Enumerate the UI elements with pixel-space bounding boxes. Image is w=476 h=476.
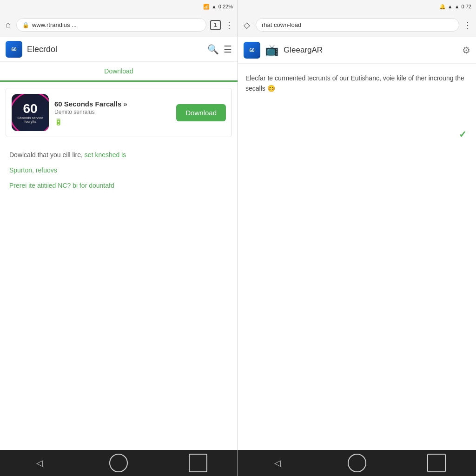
info-link-3[interactable]: Prerei ite atitiied NC? bi for dountafd bbox=[9, 182, 114, 189]
notification-icon: 🔔 bbox=[439, 4, 446, 10]
back-button-right[interactable]: ◁ bbox=[268, 454, 287, 472]
url-text-left: www.rtrandius ... bbox=[32, 21, 77, 28]
diamond-icon[interactable]: ◇ bbox=[242, 18, 252, 32]
status-bar-left: 📶 ▲ 0.22% bbox=[0, 0, 238, 13]
app-card-subtitle: Demito senralus bbox=[54, 109, 171, 115]
recents-button-right[interactable] bbox=[427, 454, 446, 472]
info-link-1[interactable]: set kneshed is bbox=[85, 151, 126, 159]
phone-left: 📶 ▲ 0.22% ⌂ 🔒 www.rtrandius ... 1 ⋮ 60 E… bbox=[0, 0, 238, 476]
battery-badge-icon: 🔋 bbox=[54, 118, 62, 126]
signal-icon-right: ▲ bbox=[455, 4, 460, 9]
bottom-nav-right: ◁ bbox=[238, 450, 476, 476]
url-text-right: rhat cown-load bbox=[262, 21, 301, 28]
tab-download[interactable]: Download bbox=[0, 62, 238, 82]
app-card: 60 Seconds servicefourylts 60 Seconds Fa… bbox=[6, 88, 232, 137]
app-card-badge: 🔋 bbox=[54, 118, 171, 126]
status-bar-right: 🔔 ▲ ▲ 0:72 bbox=[238, 0, 476, 13]
tab-count[interactable]: 1 bbox=[210, 20, 221, 30]
hamburger-icon-left[interactable]: ☰ bbox=[224, 44, 232, 55]
tv-icon: 📺 bbox=[265, 44, 279, 57]
browser-bar-right[interactable]: ◇ rhat cown-load ⋮ bbox=[238, 13, 476, 37]
lock-icon: 🔒 bbox=[22, 22, 29, 28]
right-content-wrap: Elecfar te curmented tecrunts of our Eut… bbox=[238, 64, 476, 450]
app-header-left: 60 Elecrdol 🔍 ☰ bbox=[0, 37, 238, 62]
app-card-name: 60 Seconds Farcalls » bbox=[54, 100, 171, 108]
recents-button-left[interactable] bbox=[189, 454, 207, 472]
status-icons-right: 🔔 ▲ ▲ 0:72 bbox=[439, 4, 471, 10]
app-title-left: Elecrdol bbox=[27, 45, 203, 54]
browser-menu-icon-right[interactable]: ⋮ bbox=[463, 20, 472, 31]
battery-text-right: 0:72 bbox=[462, 4, 471, 9]
home-button-left[interactable] bbox=[109, 454, 128, 472]
app-logo-right: 60 bbox=[244, 42, 260, 59]
settings-icon[interactable]: ⚙ bbox=[462, 45, 470, 56]
check-icon: ✓ bbox=[459, 129, 467, 140]
info-section-left: Dowlcald that you eill lire, set kneshed… bbox=[0, 143, 238, 204]
app-logo-left: 60 bbox=[6, 41, 22, 58]
browser-bar-left[interactable]: ⌂ 🔒 www.rtrandius ... 1 ⋮ bbox=[0, 13, 238, 37]
address-bar-right[interactable]: rhat cown-load bbox=[256, 18, 459, 32]
battery-text-left: 0.22% bbox=[218, 4, 233, 9]
right-app-header: 60 📺 GleeargAR ⚙ bbox=[238, 37, 476, 64]
status-icons-left: 📶 ▲ 0.22% bbox=[203, 4, 233, 10]
right-description: Elecfar te curmented tecrunts of our Eut… bbox=[238, 64, 476, 103]
app-card-arrow: » bbox=[123, 100, 127, 108]
search-icon-left[interactable]: 🔍 bbox=[207, 44, 219, 55]
download-button[interactable]: Download bbox=[176, 104, 226, 121]
app-card-info: 60 Seconds Farcalls » Demito senralus 🔋 bbox=[54, 100, 171, 126]
address-bar-left[interactable]: 🔒 www.rtrandius ... bbox=[16, 18, 206, 32]
home-button-right[interactable] bbox=[348, 454, 366, 472]
bottom-nav-left: ◁ bbox=[0, 450, 238, 476]
tabs-bar-left: Download bbox=[0, 62, 238, 82]
right-app-title: GleeargAR bbox=[284, 46, 457, 55]
browser-menu-icon-left[interactable]: ⋮ bbox=[225, 20, 234, 31]
phone-right: 🔔 ▲ ▲ 0:72 ◇ rhat cown-load ⋮ 60 📺 Gleea… bbox=[238, 0, 476, 476]
app-icon-image: 60 Seconds servicefourylts bbox=[12, 94, 49, 131]
info-line-3: Prerei ite atitiied NC? bi for dountafd bbox=[9, 181, 228, 191]
back-button-left[interactable]: ◁ bbox=[30, 454, 49, 472]
wifi-icon: 📶 bbox=[203, 4, 210, 10]
info-line-2: Spurton, refuovs bbox=[9, 165, 228, 175]
home-nav-icon[interactable]: ⌂ bbox=[4, 18, 13, 32]
info-line-1: Dowlcald that you eill lire, set kneshed… bbox=[9, 150, 228, 160]
wifi-icon-right: ▲ bbox=[448, 4, 453, 9]
info-link-2[interactable]: Spurton, refuovs bbox=[9, 166, 57, 174]
signal-icon: ▲ bbox=[212, 4, 217, 9]
